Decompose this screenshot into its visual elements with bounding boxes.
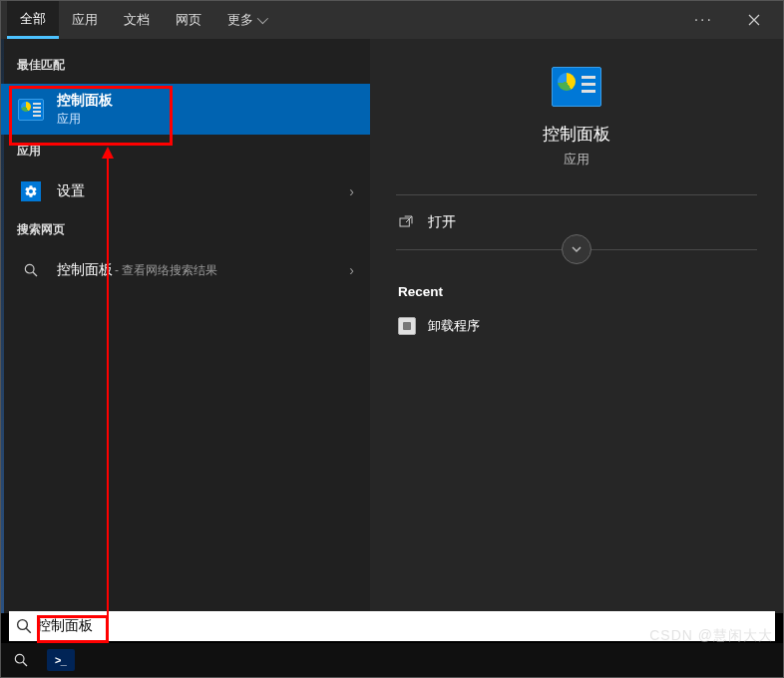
taskbar-search-button[interactable] <box>1 643 41 677</box>
svg-rect-2 <box>400 218 409 226</box>
result-web-search[interactable]: 控制面板- 查看网络搜索结果 › <box>1 248 370 292</box>
svg-line-1 <box>33 272 37 276</box>
more-options-button[interactable]: ··· <box>676 11 731 29</box>
result-title: 设置 <box>57 182 349 200</box>
tab-all[interactable]: 全部 <box>7 1 59 39</box>
result-title: 控制面板- 查看网络搜索结果 <box>57 261 349 279</box>
chevron-right-icon: › <box>349 262 354 278</box>
chevron-right-icon: › <box>349 183 354 199</box>
programs-icon <box>398 317 416 335</box>
recent-uninstall[interactable]: 卸载程序 <box>396 313 757 339</box>
gear-icon <box>21 181 41 201</box>
preview-subtitle: 应用 <box>564 152 589 169</box>
result-title: 控制面板 <box>57 92 354 110</box>
tab-more[interactable]: 更多 <box>214 1 278 39</box>
chevron-down-icon <box>571 243 583 255</box>
powershell-icon: >_ <box>47 649 75 671</box>
expand-button[interactable] <box>562 234 591 264</box>
preview-title: 控制面板 <box>543 123 610 146</box>
svg-point-5 <box>15 654 24 663</box>
search-icon <box>17 256 45 284</box>
result-subtitle: 应用 <box>57 112 354 127</box>
section-web: 搜索网页 <box>1 213 370 248</box>
tab-apps[interactable]: 应用 <box>59 1 111 39</box>
search-icon <box>15 617 33 635</box>
taskbar: >_ <box>1 643 783 677</box>
close-button[interactable] <box>731 1 777 39</box>
section-best-match: 最佳匹配 <box>1 49 370 84</box>
watermark: CSDN @慧闲大大 <box>649 627 773 645</box>
preview-pane: 控制面板 应用 打开 Recent 卸载程序 <box>370 39 783 613</box>
svg-line-4 <box>26 628 31 633</box>
result-control-panel[interactable]: 控制面板 应用 <box>1 84 370 135</box>
svg-point-0 <box>25 264 34 273</box>
svg-point-3 <box>18 620 28 630</box>
filter-tabs: 全部 应用 文档 网页 更多 ··· <box>1 1 783 39</box>
section-apps: 应用 <box>1 135 370 170</box>
open-action[interactable]: 打开 <box>396 195 757 250</box>
recent-label: 卸载程序 <box>428 317 480 335</box>
control-panel-icon <box>18 99 44 121</box>
tab-docs[interactable]: 文档 <box>111 1 163 39</box>
search-icon <box>13 652 29 668</box>
taskbar-powershell[interactable]: >_ <box>41 643 81 677</box>
control-panel-icon <box>552 67 601 107</box>
open-icon <box>398 214 414 230</box>
close-icon <box>748 14 760 26</box>
results-pane: 最佳匹配 控制面板 应用 应用 设置 › 搜索网页 <box>1 39 370 613</box>
search-window: 全部 应用 文档 网页 更多 ··· 最佳匹配 控制面板 应用 应用 <box>0 0 784 678</box>
chevron-down-icon <box>257 13 268 24</box>
tab-web[interactable]: 网页 <box>163 1 214 39</box>
recent-header: Recent <box>398 284 757 299</box>
svg-line-6 <box>23 662 27 666</box>
open-label: 打开 <box>428 213 456 231</box>
result-settings[interactable]: 设置 › <box>1 170 370 213</box>
